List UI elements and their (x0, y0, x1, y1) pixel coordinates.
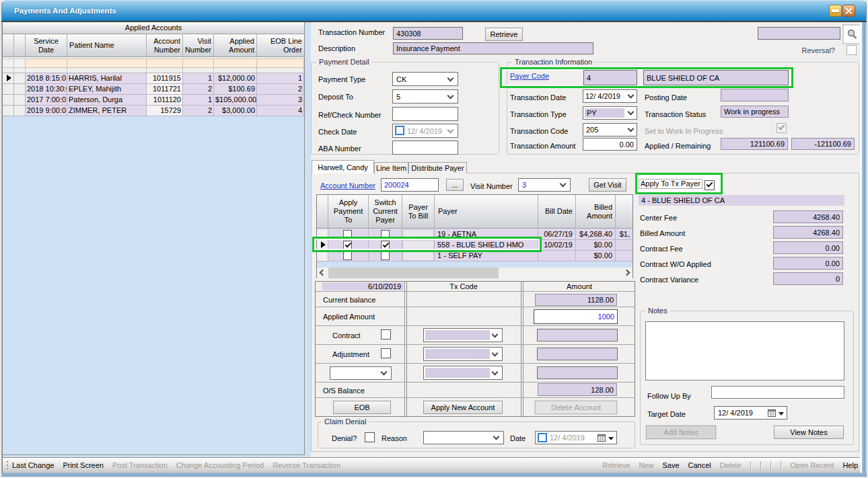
scroll-right-icon[interactable] (624, 270, 630, 276)
current-row-icon (7, 75, 11, 81)
column-header-patient-name[interactable]: Patient Name (67, 34, 147, 56)
statusbar-print-screen[interactable]: Print Screen (63, 461, 104, 471)
applied-account-row[interactable]: 2017 7:00:0 Paterson, Durga 1011120 1 $1… (3, 95, 304, 106)
transaction-type-select[interactable]: PY (583, 106, 637, 120)
payer-cell[interactable]: 1 - SELF PAY (435, 251, 538, 262)
transaction-date-picker[interactable]: 12/ 4/2019 (583, 89, 637, 103)
aba-number-input[interactable] (392, 141, 458, 155)
set-wip-checkbox (776, 123, 787, 133)
column-header-visit-number[interactable]: Visit Number (183, 34, 214, 56)
tab-line-item[interactable]: Line Item (374, 162, 408, 173)
description-input[interactable]: Insurance Payment (393, 42, 593, 54)
filter-row[interactable] (3, 58, 304, 68)
apply-new-account-button[interactable]: Apply New Account (423, 401, 503, 414)
adjustment-checkbox[interactable] (381, 348, 391, 358)
contract-amount-input[interactable] (537, 329, 618, 342)
payer-row-selector[interactable] (317, 251, 328, 262)
payment-type-select[interactable]: CK (392, 72, 458, 86)
reversal-checkbox[interactable] (846, 45, 857, 55)
tab-distribute-payer[interactable]: Distribute Payer (408, 162, 467, 173)
scrollbar-thumb[interactable] (328, 268, 499, 278)
contract-checkbox[interactable] (381, 329, 391, 340)
minimize-button[interactable] (829, 5, 842, 17)
chevron-down-icon (492, 350, 499, 356)
account-number-input[interactable]: 200024 (381, 178, 439, 192)
current-balance-field: 1128.00 (535, 294, 617, 306)
denial-date-checkbox[interactable] (538, 433, 547, 442)
contract-variance-label: Contract Variance (640, 276, 698, 284)
denial-label: Denial? (332, 434, 357, 443)
statusbar-cancel[interactable]: Cancel (688, 461, 711, 471)
notes-title: Notes (645, 307, 670, 315)
deposit-to-select[interactable]: 5 (392, 89, 458, 104)
close-button[interactable]: ✕ (842, 5, 855, 17)
os-balance-label: O/S Balance (323, 387, 365, 395)
retrieve-button[interactable]: Retrieve (485, 28, 523, 41)
target-date-picker[interactable]: 12/ 4/2019 (714, 406, 787, 420)
cell-applied-amount: $105,000.00 (214, 95, 257, 106)
column-header-payer[interactable]: Payer (435, 195, 538, 228)
column-header-payer-to-bill[interactable]: Payer To Bill (402, 195, 435, 228)
cell-account-number: 1011120 (147, 95, 183, 106)
applied-account-row[interactable]: 2019 9:00:0 ZIMMER, PETER 15729 2 $3,000… (3, 106, 304, 116)
column-header-eob-line-order[interactable]: EOB Line Order (257, 34, 304, 56)
tab-harwell-candy[interactable]: Harwell, Candy (312, 160, 374, 173)
visit-number-select[interactable]: 3 (518, 178, 571, 192)
apply-payment-checkbox[interactable] (343, 251, 352, 260)
transaction-info-title: Transaction Information (512, 58, 595, 67)
transaction-number-input[interactable]: 430308 (393, 27, 463, 40)
transaction-code-select[interactable]: 205 (583, 123, 637, 136)
payer-name-input[interactable]: BLUE SHIELD OF CA (643, 70, 789, 85)
contract-code-select[interactable] (423, 328, 503, 342)
column-header-switch-current-payer[interactable]: Switch Current Payer (369, 195, 402, 228)
switch-payer-checkbox[interactable] (381, 251, 390, 260)
column-header-account-number[interactable]: Account Number (147, 34, 183, 56)
cell-visit-number: 2 (183, 84, 214, 95)
transaction-code-label: Transaction Code (510, 127, 568, 136)
applied-account-row[interactable]: 2018 10:30:0 EPLEY, Mahijith 1011721 2 $… (3, 84, 304, 95)
ref-check-number-input[interactable] (392, 107, 458, 121)
statusbar-save[interactable]: Save (662, 461, 679, 471)
payer-code-link[interactable]: Payer Code (510, 72, 549, 80)
eob-button[interactable]: EOB (333, 401, 391, 414)
cell-eob-line-order: 2 (257, 84, 304, 95)
follow-up-by-input[interactable] (711, 386, 844, 399)
statusbar-help[interactable]: Help (842, 461, 858, 471)
view-notes-button[interactable]: View Notes (774, 426, 844, 439)
column-header-apply-payment-to[interactable]: Apply Payment To (328, 195, 369, 228)
transaction-date-label: Transaction Date (510, 93, 566, 102)
transaction-amount-input[interactable]: 0.00 (583, 138, 637, 151)
get-visit-button[interactable]: Get Visit (589, 178, 626, 192)
account-number-link[interactable]: Account Number (320, 182, 375, 190)
column-header-service-date[interactable]: Service Date (26, 34, 67, 56)
payer-code-input[interactable]: 4 (583, 70, 637, 85)
notes-textarea[interactable] (645, 321, 844, 381)
adjustment-amount-input[interactable] (537, 348, 618, 360)
quick-search-input[interactable] (758, 27, 840, 40)
check-date-picker[interactable]: 12/ 4/2019 (392, 124, 458, 138)
scroll-left-icon[interactable] (320, 270, 326, 276)
applied-amount-input[interactable]: 1000 (534, 309, 618, 324)
column-header-billed-amount[interactable]: Billed Amount (576, 195, 616, 228)
apply-to-tx-payer-checkbox[interactable] (704, 180, 715, 190)
column-header-applied-amount[interactable]: Applied Amount (214, 34, 257, 56)
description-label: Description (318, 44, 355, 53)
column-header-bill-date[interactable]: Bill Date (538, 195, 576, 228)
denial-checkbox[interactable] (365, 432, 375, 442)
denial-reason-select[interactable] (423, 431, 504, 444)
denial-date-picker[interactable]: 12/ 4/2019 (535, 431, 617, 444)
statusbar-last-change[interactable]: Last Change (12, 461, 54, 471)
extra-row-type-select[interactable] (330, 366, 392, 380)
account-browse-button[interactable]: ... (446, 179, 464, 191)
visit-number-label: Visit Number (470, 182, 513, 191)
title-bar[interactable]: Payments And Adjustments ✕ (1, 0, 867, 21)
remaining-field: -121100.69 (791, 138, 855, 150)
horizontal-scrollbar[interactable] (317, 268, 632, 278)
extra-amount-input[interactable] (537, 366, 618, 379)
statusbar-open-recent: Open Recent (791, 461, 834, 471)
applied-account-row[interactable]: 2018 8:15:0 HARRIS, Harilal 1011915 1 $1… (3, 73, 304, 84)
check-date-checkbox[interactable] (395, 126, 404, 135)
statusbar-post-transaction: Post Transaction (112, 461, 168, 471)
extra-code-select[interactable] (423, 366, 503, 380)
adjustment-code-select[interactable] (423, 347, 503, 361)
